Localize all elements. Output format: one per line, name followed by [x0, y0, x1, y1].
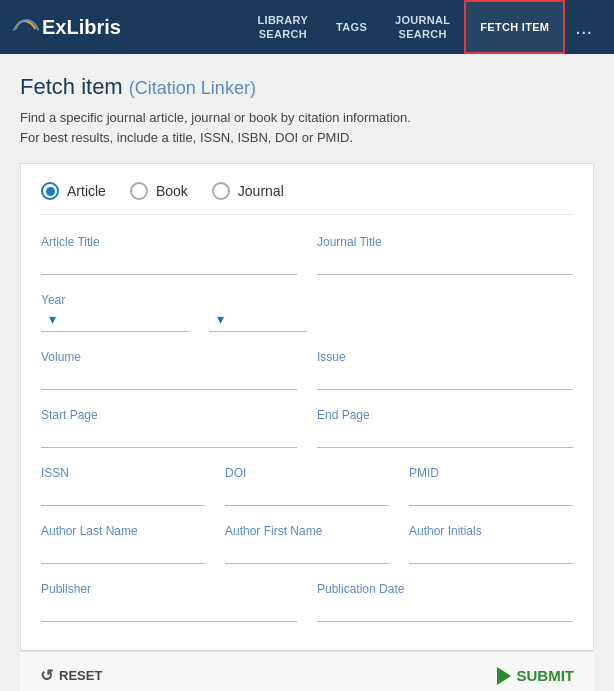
year-field: Year ▾ — [41, 293, 189, 332]
author-last-name-field: Author Last Name — [41, 524, 205, 564]
issn-input[interactable] — [41, 484, 205, 506]
row-publisher-date: Publisher Publication Date — [41, 582, 573, 622]
year-secondary-dropdown[interactable]: ▾ — [209, 311, 307, 332]
issue-field: Issue — [317, 350, 573, 390]
issue-label: Issue — [317, 350, 573, 364]
journal-title-input[interactable] — [317, 253, 573, 275]
row-titles: Article Title Journal Title — [41, 235, 573, 275]
radio-journal[interactable]: Journal — [212, 182, 284, 200]
form-card: Article Book Journal Article Title Journ… — [20, 163, 594, 651]
page-title: Fetch item (Citation Linker) — [20, 74, 594, 100]
pmid-input[interactable] — [409, 484, 573, 506]
end-page-input[interactable] — [317, 426, 573, 448]
doi-label: DOI — [225, 466, 389, 480]
main-content: Fetch item (Citation Linker) Find a spec… — [0, 54, 614, 691]
start-page-field: Start Page — [41, 408, 297, 448]
end-page-field: End Page — [317, 408, 573, 448]
publication-date-field: Publication Date — [317, 582, 573, 622]
article-title-field: Article Title — [41, 235, 297, 275]
reset-button[interactable]: ↺ RESET — [40, 666, 102, 685]
logo-area: ExLibris — [12, 16, 121, 39]
main-nav: LIBRARY SEARCH TAGS JOURNAL SEARCH FETCH… — [244, 0, 603, 54]
radio-article[interactable]: Article — [41, 182, 106, 200]
publisher-field: Publisher — [41, 582, 297, 622]
row-year: Year ▾ ▾ — [41, 293, 573, 332]
nav-more-button[interactable]: ... — [565, 16, 602, 39]
start-page-input[interactable] — [41, 426, 297, 448]
publication-date-label: Publication Date — [317, 582, 573, 596]
end-page-label: End Page — [317, 408, 573, 422]
author-first-name-input[interactable] — [225, 542, 389, 564]
author-first-name-label: Author First Name — [225, 524, 389, 538]
row-ids: ISSN DOI PMID — [41, 466, 573, 506]
page-subtitle: (Citation Linker) — [129, 78, 256, 98]
doi-input[interactable] — [225, 484, 389, 506]
exlibris-logo-icon — [12, 18, 40, 32]
year-dropdown[interactable]: ▾ — [41, 311, 189, 332]
nav-journal-search[interactable]: JOURNAL SEARCH — [381, 0, 464, 54]
author-last-name-input[interactable] — [41, 542, 205, 564]
doi-field: DOI — [225, 466, 389, 506]
issn-field: ISSN — [41, 466, 205, 506]
radio-journal-label: Journal — [238, 183, 284, 199]
form-footer: ↺ RESET SUBMIT — [20, 651, 594, 691]
header: ExLibris LIBRARY SEARCH TAGS JOURNAL SEA… — [0, 0, 614, 54]
author-last-name-label: Author Last Name — [41, 524, 205, 538]
submit-button[interactable]: SUBMIT — [497, 667, 575, 685]
year-secondary-field: ▾ — [209, 311, 307, 332]
row-pages: Start Page End Page — [41, 408, 573, 448]
author-initials-input[interactable] — [409, 542, 573, 564]
publisher-label: Publisher — [41, 582, 297, 596]
row-author: Author Last Name Author First Name Autho… — [41, 524, 573, 564]
radio-book[interactable]: Book — [130, 182, 188, 200]
volume-field: Volume — [41, 350, 297, 390]
author-first-name-field: Author First Name — [225, 524, 389, 564]
publisher-input[interactable] — [41, 600, 297, 622]
journal-title-field: Journal Title — [317, 235, 573, 275]
nav-fetch-item[interactable]: FETCH ITEM — [464, 0, 565, 54]
radio-article-label: Article — [67, 183, 106, 199]
year-label: Year — [41, 293, 189, 307]
reset-label: RESET — [59, 668, 102, 683]
issn-label: ISSN — [41, 466, 205, 480]
reset-icon: ↺ — [40, 666, 53, 685]
submit-arrow-icon — [497, 667, 511, 685]
start-page-label: Start Page — [41, 408, 297, 422]
article-title-input[interactable] — [41, 253, 297, 275]
year-chevron-icon: ▾ — [49, 311, 56, 327]
pmid-field: PMID — [409, 466, 573, 506]
article-title-label: Article Title — [41, 235, 297, 249]
content-type-radio-group: Article Book Journal — [41, 182, 573, 215]
volume-label: Volume — [41, 350, 297, 364]
page-description: Find a specific journal article, journal… — [20, 108, 594, 147]
issue-input[interactable] — [317, 368, 573, 390]
radio-book-label: Book — [156, 183, 188, 199]
year-secondary-chevron-icon: ▾ — [217, 311, 224, 327]
radio-book-circle — [130, 182, 148, 200]
radio-journal-circle — [212, 182, 230, 200]
author-initials-field: Author Initials — [409, 524, 573, 564]
app-logo-text: ExLibris — [42, 16, 121, 39]
publication-date-input[interactable] — [317, 600, 573, 622]
nav-library-search[interactable]: LIBRARY SEARCH — [244, 0, 323, 54]
submit-label: SUBMIT — [517, 667, 575, 684]
nav-tags[interactable]: TAGS — [322, 0, 381, 54]
pmid-label: PMID — [409, 466, 573, 480]
row-volume-issue: Volume Issue — [41, 350, 573, 390]
journal-title-label: Journal Title — [317, 235, 573, 249]
radio-article-circle — [41, 182, 59, 200]
author-initials-label: Author Initials — [409, 524, 573, 538]
volume-input[interactable] — [41, 368, 297, 390]
